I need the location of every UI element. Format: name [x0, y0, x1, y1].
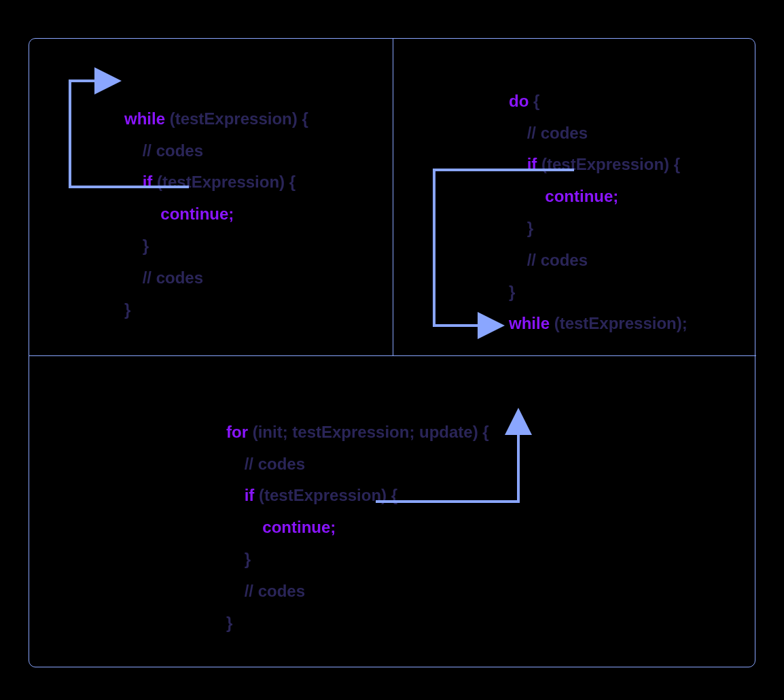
text: // codes [124, 141, 203, 160]
text: (testExpression) { [537, 155, 680, 173]
text: // codes [124, 268, 203, 287]
text: } [226, 614, 232, 632]
text: (testExpression) { [165, 109, 308, 128]
keyword-continue: continue; [124, 205, 234, 223]
text: } [509, 283, 515, 301]
keyword-while: while [124, 109, 165, 128]
text: // codes [509, 251, 588, 269]
keyword-do: do [509, 92, 529, 110]
text: (init; testExpression; update) { [248, 423, 489, 441]
text: (testExpression) { [254, 486, 397, 504]
text: { [529, 92, 539, 110]
code-for: for (init; testExpression; update) { // … [226, 385, 489, 671]
text: // codes [226, 455, 305, 473]
code-dowhile: do { // codes if (testExpression) { cont… [509, 54, 688, 372]
code-while: while (testExpression) { // codes if (te… [124, 71, 308, 357]
text: } [124, 300, 130, 319]
panel-while: while (testExpression) { // codes if (te… [29, 39, 393, 355]
text: (testExpression); [550, 314, 688, 332]
text: // codes [509, 124, 588, 142]
keyword-if: if [509, 155, 537, 173]
keyword-if: if [226, 486, 254, 504]
panel-for: for (init; testExpression; update) { // … [29, 355, 756, 668]
text: } [509, 219, 533, 237]
keyword-continue: continue; [226, 518, 336, 536]
keyword-if: if [124, 173, 152, 191]
text: (testExpression) { [152, 173, 296, 191]
keyword-while: while [509, 314, 550, 332]
diagram-frame: while (testExpression) { // codes if (te… [29, 38, 755, 667]
text: } [124, 237, 149, 255]
keyword-for: for [226, 423, 248, 441]
panel-dowhile: do { // codes if (testExpression) { cont… [393, 39, 756, 355]
text: } [226, 550, 251, 568]
text: // codes [226, 582, 305, 600]
keyword-continue: continue; [509, 187, 618, 205]
